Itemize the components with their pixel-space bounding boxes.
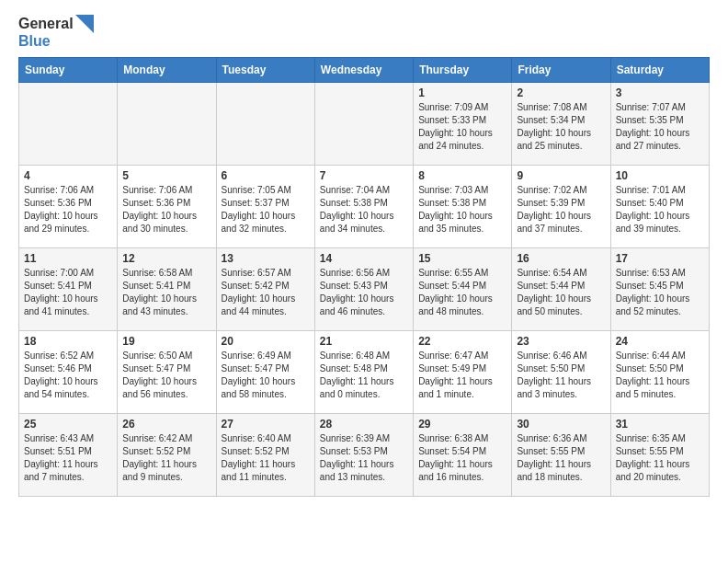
sunset-text: Sunset: 5:36 PM: [122, 197, 210, 210]
logo: General Blue: [18, 15, 94, 50]
daylight-text: Daylight: 11 hours and 5 minutes.: [616, 375, 704, 401]
cell-info: Sunrise: 6:49 AM Sunset: 5:47 PM Dayligh…: [222, 350, 310, 401]
calendar-cell-19: 16 Sunrise: 6:54 AM Sunset: 5:44 PM Dayl…: [512, 247, 610, 330]
day-number: 27: [222, 418, 310, 431]
day-number: 7: [320, 169, 408, 182]
sunset-text: Sunset: 5:45 PM: [616, 280, 704, 293]
day-number: 2: [517, 86, 605, 99]
daylight-text: Daylight: 10 hours and 43 minutes.: [122, 293, 210, 318]
sunrise-text: Sunrise: 6:57 AM: [222, 267, 310, 280]
daylight-text: Daylight: 11 hours and 3 minutes.: [517, 375, 605, 401]
daylight-text: Daylight: 11 hours and 0 minutes.: [320, 375, 408, 401]
calendar-cell-12: 9 Sunrise: 7:02 AM Sunset: 5:39 PM Dayli…: [512, 165, 610, 247]
calendar-week-3: 11 Sunrise: 7:00 AM Sunset: 5:41 PM Dayl…: [19, 247, 710, 330]
sunset-text: Sunset: 5:55 PM: [616, 445, 704, 458]
cell-info: Sunrise: 6:39 AM Sunset: 5:53 PM Dayligh…: [320, 432, 408, 484]
weekday-header-wednesday: Wednesday: [314, 57, 413, 82]
logo-blue: Blue: [18, 33, 94, 50]
calendar-cell-6: 3 Sunrise: 7:07 AM Sunset: 5:35 PM Dayli…: [610, 82, 709, 165]
svg-marker-0: [75, 15, 94, 33]
day-number: 22: [418, 335, 506, 348]
day-number: 15: [418, 252, 506, 265]
calendar-cell-26: 23 Sunrise: 6:46 AM Sunset: 5:50 PM Dayl…: [512, 330, 610, 413]
sunrise-text: Sunrise: 6:40 AM: [222, 432, 310, 445]
calendar-cell-24: 21 Sunrise: 6:48 AM Sunset: 5:48 PM Dayl…: [314, 330, 413, 413]
sunrise-text: Sunrise: 7:06 AM: [122, 184, 210, 197]
sunset-text: Sunset: 5:50 PM: [616, 362, 704, 375]
daylight-text: Daylight: 10 hours and 44 minutes.: [222, 293, 310, 318]
sunrise-text: Sunrise: 7:06 AM: [24, 184, 112, 197]
daylight-text: Daylight: 10 hours and 48 minutes.: [418, 293, 506, 318]
sunrise-text: Sunrise: 7:07 AM: [616, 101, 704, 114]
sunset-text: Sunset: 5:42 PM: [222, 280, 310, 293]
daylight-text: Daylight: 10 hours and 27 minutes.: [616, 127, 704, 153]
calendar-week-5: 25 Sunrise: 6:43 AM Sunset: 5:51 PM Dayl…: [19, 413, 710, 496]
calendar-cell-20: 17 Sunrise: 6:53 AM Sunset: 5:45 PM Dayl…: [610, 247, 709, 330]
cell-info: Sunrise: 6:38 AM Sunset: 5:54 PM Dayligh…: [418, 432, 506, 484]
cell-info: Sunrise: 7:03 AM Sunset: 5:38 PM Dayligh…: [418, 184, 506, 236]
weekday-header-monday: Monday: [118, 57, 216, 82]
cell-info: Sunrise: 6:35 AM Sunset: 5:55 PM Dayligh…: [616, 432, 704, 484]
daylight-text: Daylight: 11 hours and 16 minutes.: [418, 458, 506, 484]
daylight-text: Daylight: 10 hours and 52 minutes.: [616, 293, 704, 318]
calendar-cell-25: 22 Sunrise: 6:47 AM Sunset: 5:49 PM Dayl…: [414, 330, 512, 413]
calendar-cell-5: 2 Sunrise: 7:08 AM Sunset: 5:34 PM Dayli…: [512, 82, 610, 165]
cell-info: Sunrise: 7:05 AM Sunset: 5:37 PM Dayligh…: [222, 184, 310, 236]
cell-info: Sunrise: 6:50 AM Sunset: 5:47 PM Dayligh…: [122, 350, 210, 401]
sunrise-text: Sunrise: 6:38 AM: [418, 432, 506, 445]
sunset-text: Sunset: 5:33 PM: [418, 114, 506, 127]
sunrise-text: Sunrise: 7:08 AM: [517, 101, 605, 114]
sunset-text: Sunset: 5:41 PM: [122, 280, 210, 293]
sunrise-text: Sunrise: 7:02 AM: [517, 184, 605, 197]
sunrise-text: Sunrise: 6:53 AM: [616, 267, 704, 280]
sunrise-text: Sunrise: 7:05 AM: [222, 184, 310, 197]
sunrise-text: Sunrise: 6:54 AM: [517, 267, 605, 280]
sunset-text: Sunset: 5:51 PM: [24, 445, 112, 458]
sunset-text: Sunset: 5:39 PM: [517, 197, 605, 210]
daylight-text: Daylight: 10 hours and 35 minutes.: [418, 210, 506, 236]
cell-info: Sunrise: 6:40 AM Sunset: 5:52 PM Dayligh…: [222, 432, 310, 484]
day-number: 13: [222, 252, 310, 265]
weekday-header-row: SundayMondayTuesdayWednesdayThursdayFrid…: [19, 57, 710, 82]
calendar-cell-23: 20 Sunrise: 6:49 AM Sunset: 5:47 PM Dayl…: [216, 330, 314, 413]
day-number: 14: [320, 252, 408, 265]
sunset-text: Sunset: 5:47 PM: [222, 362, 310, 375]
weekday-header-thursday: Thursday: [414, 57, 512, 82]
sunrise-text: Sunrise: 7:09 AM: [418, 101, 506, 114]
cell-info: Sunrise: 7:00 AM Sunset: 5:41 PM Dayligh…: [24, 267, 112, 318]
day-number: 16: [517, 252, 605, 265]
day-number: 25: [24, 418, 112, 431]
day-number: 23: [517, 335, 605, 348]
cell-info: Sunrise: 6:52 AM Sunset: 5:46 PM Dayligh…: [24, 350, 112, 401]
calendar-week-4: 18 Sunrise: 6:52 AM Sunset: 5:46 PM Dayl…: [19, 330, 710, 413]
daylight-text: Daylight: 11 hours and 18 minutes.: [517, 458, 605, 484]
daylight-text: Daylight: 10 hours and 30 minutes.: [122, 210, 210, 236]
cell-info: Sunrise: 7:01 AM Sunset: 5:40 PM Dayligh…: [616, 184, 704, 236]
day-number: 12: [122, 252, 210, 265]
cell-info: Sunrise: 7:08 AM Sunset: 5:34 PM Dayligh…: [517, 101, 605, 153]
sunrise-text: Sunrise: 6:39 AM: [320, 432, 408, 445]
calendar-cell-0: [19, 82, 118, 165]
daylight-text: Daylight: 10 hours and 58 minutes.: [222, 375, 310, 401]
calendar-cell-32: 29 Sunrise: 6:38 AM Sunset: 5:54 PM Dayl…: [414, 413, 512, 496]
weekday-header-saturday: Saturday: [610, 57, 709, 82]
daylight-text: Daylight: 11 hours and 9 minutes.: [122, 458, 210, 484]
cell-info: Sunrise: 6:53 AM Sunset: 5:45 PM Dayligh…: [616, 267, 704, 318]
sunrise-text: Sunrise: 7:00 AM: [24, 267, 112, 280]
sunset-text: Sunset: 5:35 PM: [616, 114, 704, 127]
sunset-text: Sunset: 5:44 PM: [517, 280, 605, 293]
calendar-cell-9: 6 Sunrise: 7:05 AM Sunset: 5:37 PM Dayli…: [216, 165, 314, 247]
day-number: 5: [122, 169, 210, 182]
sunset-text: Sunset: 5:52 PM: [222, 445, 310, 458]
daylight-text: Daylight: 11 hours and 20 minutes.: [616, 458, 704, 484]
sunset-text: Sunset: 5:37 PM: [222, 197, 310, 210]
sunset-text: Sunset: 5:44 PM: [418, 280, 506, 293]
daylight-text: Daylight: 10 hours and 54 minutes.: [24, 375, 112, 401]
daylight-text: Daylight: 10 hours and 39 minutes.: [616, 210, 704, 236]
page-header: General Blue: [18, 15, 710, 50]
day-number: 18: [24, 335, 112, 348]
sunset-text: Sunset: 5:43 PM: [320, 280, 408, 293]
sunrise-text: Sunrise: 6:48 AM: [320, 350, 408, 362]
daylight-text: Daylight: 10 hours and 34 minutes.: [320, 210, 408, 236]
daylight-text: Daylight: 10 hours and 41 minutes.: [24, 293, 112, 318]
